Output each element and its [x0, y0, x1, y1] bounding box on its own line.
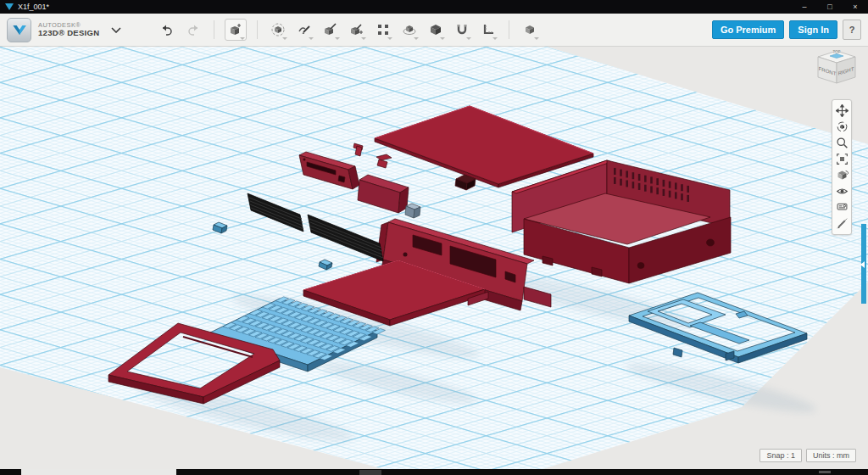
menu-chevron-icon[interactable]: [111, 27, 121, 33]
app-menu[interactable]: AUTODESK® 123D® DESIGN: [7, 18, 121, 42]
main-toolbar: AUTODESK® 123D® DESIGN: [0, 14, 868, 47]
orbit-icon[interactable]: [834, 119, 849, 135]
hide-show-eye-icon[interactable]: [834, 183, 849, 199]
sign-in-button[interactable]: Sign In: [789, 20, 837, 39]
primitives-icon[interactable]: [225, 19, 247, 41]
units-setting[interactable]: Units : mm: [806, 449, 856, 462]
toolbar-separator: [257, 20, 258, 39]
transform-icon[interactable]: [268, 20, 288, 40]
part-io-connector[interactable]: [405, 204, 420, 218]
toolbar-separator: [214, 20, 214, 39]
3d-viewport[interactable]: TOP FRONT RIGHT: [0, 47, 868, 469]
side-panel-handle[interactable]: [861, 224, 866, 304]
pattern-icon[interactable]: [373, 20, 393, 40]
123d-logo-icon: [7, 18, 31, 42]
os-taskbar[interactable]: [0, 469, 868, 475]
maximize-button[interactable]: □: [817, 3, 843, 11]
view-cube-top-label: TOP: [832, 50, 840, 54]
text-icon[interactable]: [520, 20, 540, 40]
navigation-toolbar: [832, 99, 852, 235]
close-button[interactable]: ×: [843, 3, 868, 11]
minimize-button[interactable]: –: [792, 3, 817, 11]
fit-view-icon[interactable]: [834, 151, 849, 167]
measure-icon[interactable]: [478, 20, 498, 40]
sketch-icon[interactable]: [294, 20, 314, 40]
window-title: X1f_001*: [18, 3, 49, 11]
snap-icon[interactable]: [452, 20, 472, 40]
title-bar: X1f_001* – □ ×: [0, 0, 868, 14]
taskbar-tray[interactable]: [819, 471, 831, 473]
brand-123d-design: 123D® DESIGN: [38, 29, 99, 37]
combine-icon[interactable]: [426, 20, 446, 40]
grouping-icon[interactable]: [399, 20, 420, 40]
zoom-icon[interactable]: [834, 135, 849, 151]
pan-icon[interactable]: [834, 103, 849, 119]
taskbar-window-segment[interactable]: [21, 469, 176, 475]
modify-icon[interactable]: [347, 20, 367, 40]
snap-setting[interactable]: Snap : 1: [760, 449, 802, 462]
material-brush-icon[interactable]: [834, 215, 849, 232]
view-cube-tool-icon[interactable]: [834, 167, 849, 183]
help-button[interactable]: ?: [843, 20, 861, 40]
go-premium-button[interactable]: Go Premium: [712, 20, 784, 39]
view-cube[interactable]: TOP FRONT RIGHT: [810, 48, 863, 92]
scene-svg[interactable]: [0, 47, 868, 469]
app-logo-icon: [5, 3, 14, 10]
tool-strip: [157, 19, 540, 41]
construct-icon[interactable]: [320, 20, 341, 40]
undo-icon[interactable]: [157, 20, 177, 40]
redo-icon[interactable]: [183, 20, 203, 40]
toolbar-separator: [509, 20, 509, 39]
taskbar-button[interactable]: [359, 470, 381, 475]
display-settings-icon[interactable]: [834, 199, 849, 215]
